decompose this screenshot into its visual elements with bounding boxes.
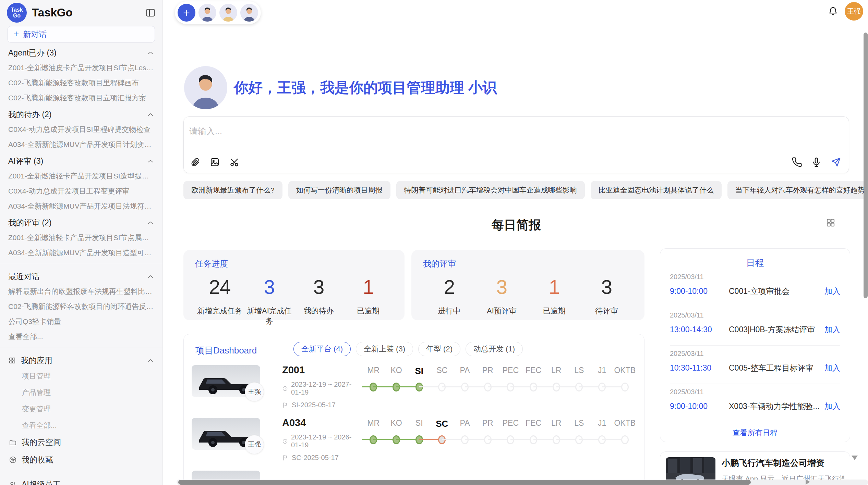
stat-label: 我的待办: [294, 306, 343, 316]
sidebar-shortcut[interactable]: 我的收藏: [0, 451, 162, 469]
sidebar-section-title: AI评审 (3): [8, 156, 147, 166]
project-owner-avatar: 王强: [245, 382, 264, 401]
sidebar-shortcut-label: 我的云空间: [22, 437, 61, 448]
briefing-title: 每日简报: [183, 217, 849, 234]
scroll-down-arrow[interactable]: [852, 456, 858, 460]
sidebar-recent-item[interactable]: 查看全部...: [0, 329, 162, 344]
schedule-date: 2025/03/11: [670, 388, 840, 396]
schedule-item[interactable]: 2025/03/11 10:30-11:30 C005-整车工程目标评审 加入: [670, 346, 840, 384]
stat: 2 进行中: [423, 275, 475, 316]
layout-grid-icon[interactable]: [825, 217, 836, 228]
milestone-dot[interactable]: [621, 435, 629, 444]
sidebar-app-item[interactable]: 产品管理: [0, 384, 162, 401]
sidebar-item[interactable]: A034-全新新能源MUV产品开发项目法规符合性评审: [0, 199, 162, 214]
schedule-item[interactable]: 2025/03/11 13:00-14:30 C003|H0B-方案冻结评审 加…: [670, 307, 840, 346]
contact-avatar[interactable]: [219, 4, 237, 22]
sidebar-section-header[interactable]: Agent已办 (3): [0, 44, 162, 60]
sidebar-section-header[interactable]: 我的应用: [0, 351, 162, 368]
scissors-icon[interactable]: [229, 157, 240, 167]
image-icon[interactable]: [209, 157, 220, 167]
sidebar-item[interactable]: C0X4-动力总成开发项目SI里程碑提交物检查: [0, 122, 162, 137]
schedule-name: C003|H0B-方案冻结评审: [729, 324, 820, 335]
dashboard-tab[interactable]: 动总开发 (1): [466, 342, 523, 356]
news-title: 小鹏飞行汽车制造公司增资: [722, 457, 844, 469]
sidebar-tool[interactable]: AI超级员工: [0, 476, 162, 485]
project-date-range: 2023-12-19 ~ 2027-01-19: [291, 381, 361, 396]
milestone-label: LS: [568, 366, 591, 376]
sidebar-shortcut[interactable]: 我的云空间: [0, 434, 162, 451]
sidebar-recent-item[interactable]: 公司Q3轻卡销量: [0, 314, 162, 329]
milestone-dot[interactable]: [621, 383, 629, 391]
stat-value: 3: [294, 275, 343, 298]
stat: 3 新增AI完成任务: [244, 275, 294, 326]
sidebar-section-header[interactable]: 我的评审 (2): [0, 214, 162, 230]
milestone-label: J1: [591, 419, 614, 429]
vertical-scrollbar-thumb[interactable]: [864, 33, 868, 298]
collapse-sidebar-icon[interactable]: [145, 8, 156, 18]
sidebar-tools: AI超级员工帮我写作创意制图: [0, 476, 162, 485]
dashboard-tab[interactable]: 全新上装 (3): [356, 342, 413, 356]
sidebar-item[interactable]: Z001-全新燃油皮卡产品开发项目SI节点Lesson Learn报告: [0, 60, 162, 75]
stat-label: 待评审: [580, 306, 633, 316]
project-row[interactable]: 王强 Z001 2023-12-19 ~ 2027-01-19 SI-2025-…: [184, 361, 644, 414]
sidebar-section-header[interactable]: 最近对话: [0, 268, 162, 284]
sidebar-app-item[interactable]: 项目管理: [0, 368, 162, 384]
horizontal-scrollbar-thumb[interactable]: [178, 480, 751, 485]
sidebar-section-header[interactable]: 我的待办 (2): [0, 105, 162, 122]
divider: [0, 348, 162, 348]
sidebar-item[interactable]: C02-飞腾新能源轻客改款项目立项汇报方案: [0, 90, 162, 105]
schedule-item[interactable]: 2025/03/11 9:00-10:00 C001-立项审批会 加入: [670, 269, 840, 307]
sidebar-recent-item[interactable]: 解释最新出台的欧盟报废车法规再生塑料比例被调至15%...: [0, 284, 162, 299]
join-meeting-link[interactable]: 加入: [824, 363, 840, 373]
add-contact-button[interactable]: +: [178, 4, 195, 22]
view-all-schedule-link[interactable]: 查看所有日程: [670, 428, 840, 438]
sidebar: Task Go TaskGo + 新对话 Agent已办 (3) Z001-全新…: [0, 0, 163, 485]
suggestion-chip[interactable]: 如何写一份清晰的项目周报: [288, 181, 390, 199]
divider: [0, 264, 162, 264]
dashboard-tab[interactable]: 年型 (2): [418, 342, 460, 356]
schedule-line: 9:00-10:00 C001-立项审批会 加入: [670, 286, 840, 297]
send-icon[interactable]: [831, 157, 841, 167]
join-meeting-link[interactable]: 加入: [824, 286, 840, 297]
sidebar-item[interactable]: C02-飞腾新能源轻客改款项目里程碑画布: [0, 75, 162, 90]
suggestion-chip[interactable]: 当下年轻人对汽车外观有怎样的喜好趋势: [727, 181, 868, 199]
join-meeting-link[interactable]: 加入: [824, 401, 840, 412]
mic-icon[interactable]: [811, 157, 822, 167]
sidebar-shortcut-label: 我的收藏: [22, 455, 53, 465]
sidebar-section-title: 我的应用: [21, 355, 147, 366]
milestone-strip: MRKOSISCPAPRPECFECLRLSJ1OKTB: [362, 366, 636, 392]
sidebar-app-item[interactable]: 查看全部...: [0, 417, 162, 434]
sidebar-apps-section: 我的应用 项目管理产品管理变更管理查看全部...: [0, 351, 162, 434]
phone-icon[interactable]: [792, 157, 802, 167]
new-chat-button[interactable]: + 新对话: [8, 26, 155, 42]
sidebar-item[interactable]: A034-全新新能源MUV产品开发项目计划变更表编写: [0, 137, 162, 152]
stat: 24 新增完成任务: [195, 275, 244, 326]
sidebar-app-item[interactable]: 变更管理: [0, 401, 162, 417]
suggestion-chip[interactable]: 特朗普可能对进口汽车增税会对中国车企造成哪些影响: [396, 181, 585, 199]
project-info: Z001 2023-12-19 ~ 2027-01-19 SI-2025-05-…: [282, 364, 361, 409]
sidebar-item[interactable]: Z001-全新燃油轻卡产品开发项目SI节点属性5D文件评审: [0, 230, 162, 245]
paperclip-icon[interactable]: [190, 157, 201, 167]
suggestion-chip[interactable]: 欧洲新规最近颁布了什么?: [183, 181, 282, 199]
milestone-label: LR: [545, 419, 568, 429]
sidebar-section-title: 最近对话: [8, 271, 147, 282]
logo-line1: Task: [11, 7, 23, 13]
scroll-right-arrow[interactable]: [806, 479, 810, 485]
sidebar-item[interactable]: C0X4-动力总成开发项目工程变更评审: [0, 184, 162, 199]
join-meeting-link[interactable]: 加入: [824, 324, 840, 335]
project-row[interactable]: 王强 A034 2023-12-19 ~ 2026-01-19 SC-2025-…: [184, 414, 644, 467]
sidebar-section-header[interactable]: AI评审 (3): [0, 152, 162, 169]
sidebar-recent-item[interactable]: C02-飞腾新能源轻客改款项目的闭环通告反馈情况: [0, 299, 162, 314]
contact-avatar[interactable]: [240, 4, 258, 22]
sidebar-item[interactable]: A034-全新新能源MUV产品开发项目造型可行性评审: [0, 245, 162, 260]
notification-bell-icon[interactable]: [828, 6, 838, 16]
schedule-item[interactable]: 2025/03/11 9:00-10:00 X003-车辆动力学性能验... 加…: [670, 384, 840, 422]
sidebar-item[interactable]: Z001-全新燃油轻卡产品开发项目SI造型提交物评审: [0, 169, 162, 184]
chat-input[interactable]: [189, 121, 738, 141]
user-avatar[interactable]: 王强: [845, 2, 863, 21]
milestone-label: SI: [408, 366, 431, 376]
apps-grid-icon: [8, 357, 16, 364]
contact-avatar[interactable]: [198, 4, 216, 22]
suggestion-chip[interactable]: 比亚迪全固态电池计划具体说了什么: [591, 181, 722, 199]
dashboard-tab[interactable]: 全新平台 (4): [293, 342, 351, 356]
